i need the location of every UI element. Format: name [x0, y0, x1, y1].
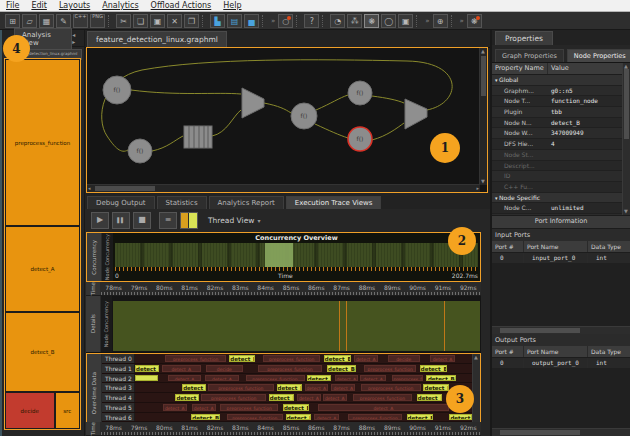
- zoom-in-icon[interactable]: ⊕: [433, 14, 448, 28]
- trace-segment-highlight[interactable]: detect_B: [229, 355, 254, 362]
- export-png-icon[interactable]: PNG: [90, 14, 105, 28]
- trace-segment-highlight[interactable]: detect_B: [407, 414, 433, 421]
- analytics-chart-icon[interactable]: ▙: [210, 14, 225, 28]
- input-ports-hscrollbar[interactable]: [492, 326, 630, 334]
- graph-vertical-scrollbar[interactable]: ▲ ▼: [479, 48, 487, 185]
- trace-segment-highlight[interactable]: detect_B: [417, 394, 442, 401]
- trace-segment[interactable]: detect_A: [360, 375, 385, 382]
- layout-circular-icon[interactable]: ◔: [330, 14, 345, 28]
- layout-tree-icon[interactable]: ⁂: [347, 14, 362, 28]
- trace-segment[interactable]: preprocess_function: [263, 355, 320, 362]
- search-critical-path-icon[interactable]: ○: [278, 14, 293, 28]
- tab-properties[interactable]: Properties: [495, 31, 553, 45]
- menu-edit[interactable]: Edit: [25, 1, 53, 10]
- trace-segment-highlight[interactable]: detect_B: [175, 394, 199, 401]
- tab-statistics[interactable]: Statistics: [157, 196, 207, 209]
- trace-segment[interactable]: preprocess_function: [165, 355, 226, 362]
- trace-segment[interactable]: detect_A: [335, 375, 359, 382]
- output-ports-hscrollbar[interactable]: [492, 428, 630, 436]
- overflow-chevron-icon[interactable]: »: [271, 17, 275, 25]
- copy-icon[interactable]: ❏: [133, 14, 148, 28]
- trace-segment[interactable]: detect_A: [305, 384, 329, 391]
- trace-segment-highlight[interactable]: detect_B: [182, 384, 206, 391]
- menu-layouts[interactable]: Layouts: [53, 1, 96, 10]
- trace-segment-highlight[interactable]: [135, 375, 158, 382]
- menu-help[interactable]: Help: [217, 1, 247, 10]
- overflow-chevron-icon[interactable]: »: [460, 17, 464, 25]
- trace-segment[interactable]: preprocess_function: [208, 384, 273, 391]
- property-row[interactable]: ID: [492, 171, 623, 182]
- trace-segment[interactable]: preprocess_function: [246, 375, 305, 382]
- trace-segment[interactable]: detect_A: [430, 355, 455, 362]
- trace-segment-highlight[interactable]: detect_B: [324, 355, 351, 362]
- details-strip[interactable]: Details: [86, 296, 101, 352]
- trace-segment-highlight[interactable]: detect_B: [426, 375, 456, 382]
- output-port-row[interactable]: 0output_port_0int: [492, 358, 630, 369]
- trace-segment-highlight[interactable]: detect_B: [277, 384, 302, 391]
- property-row[interactable]: Buffer P...queueing: [492, 214, 623, 215]
- trace-segment[interactable]: preprocess_function: [392, 375, 423, 382]
- property-row[interactable]: Node N...detect_B: [492, 118, 623, 129]
- window-icon[interactable]: ❐: [184, 14, 199, 28]
- trace-segment[interactable]: preprocess_function: [361, 384, 421, 391]
- view-mode-dropdown[interactable]: Thread View▾: [208, 216, 260, 225]
- trace-segment-highlight[interactable]: detect_B: [327, 365, 356, 372]
- overview-selection-window[interactable]: [265, 243, 293, 267]
- treemap-block-detect_B[interactable]: detect_B: [5, 312, 80, 393]
- trace-segment[interactable]: preprocess_function: [364, 365, 416, 372]
- trace-segment[interactable]: detect_A: [163, 404, 187, 411]
- property-row[interactable]: Node St...: [492, 150, 623, 161]
- menu-file[interactable]: File: [0, 1, 25, 10]
- tab-scroll-arrows[interactable]: ◂ ▸: [72, 31, 84, 45]
- property-row[interactable]: C++ Fu...: [492, 182, 623, 193]
- trace-segment[interactable]: preprocess_function: [353, 394, 412, 401]
- input-port-row[interactable]: 0input_port_0int: [492, 253, 630, 264]
- over-time-strip[interactable]: Over-time Data: [87, 354, 102, 432]
- report-icon[interactable]: ▤: [227, 14, 242, 28]
- trace-segment[interactable]: detect_A: [323, 394, 347, 401]
- layout-ring-icon[interactable]: ◯: [381, 14, 396, 28]
- layout-force-icon[interactable]: ❋: [364, 14, 379, 28]
- trace-segment[interactable]: preprocess_function: [348, 414, 402, 421]
- trace-segment-highlight[interactable]: detect_B: [191, 414, 220, 421]
- properties-scrollbar[interactable]: ▲ ▼: [622, 63, 630, 215]
- tab-graphml-document[interactable]: feature_detection_linux.graphml: [87, 31, 227, 47]
- time-strip[interactable]: Time: [86, 282, 101, 295]
- export-cpp-icon[interactable]: C++: [73, 14, 88, 28]
- tab-debug-output[interactable]: Debug Output: [87, 196, 155, 209]
- join-node-2[interactable]: [405, 99, 427, 129]
- trace-segment[interactable]: detect_A: [168, 375, 202, 382]
- flow-graph[interactable]: f() f() f() f() f(): [87, 48, 487, 185]
- graph-horizontal-scrollbar[interactable]: ◂ ▸: [87, 184, 480, 192]
- overflow-chevron-icon[interactable]: »: [425, 17, 429, 25]
- trace-segment-highlight[interactable]: detect_B: [423, 384, 448, 391]
- property-row[interactable]: Node C...unlimited: [492, 203, 623, 214]
- trace-segment[interactable]: preprocess_function: [227, 414, 283, 421]
- concurrency-strip[interactable]: Concurrency: [87, 233, 102, 281]
- treemap-block-preprocess_function[interactable]: preprocess_function: [5, 59, 80, 226]
- menu-analytics[interactable]: Analytics: [96, 1, 144, 10]
- treemap-block-decide[interactable]: decide: [5, 392, 55, 429]
- save-icon[interactable]: ▦: [39, 14, 54, 28]
- property-row[interactable]: Node T...function_node: [492, 96, 623, 107]
- tab-node-properties[interactable]: Node Properties: [567, 49, 630, 62]
- trace-segment[interactable]: decide: [206, 365, 243, 372]
- layout-grid-icon[interactable]: ▣: [398, 14, 413, 28]
- trace-segment-highlight[interactable]: detect_B: [307, 375, 332, 382]
- property-row[interactable]: Descript...: [492, 161, 623, 172]
- trace-segment-highlight[interactable]: detect_B: [283, 404, 309, 411]
- property-row[interactable]: DFS Hie...4: [492, 139, 623, 150]
- menu-offload-actions[interactable]: Offload Actions: [145, 1, 218, 10]
- new-file-icon[interactable]: ⊞: [5, 14, 20, 28]
- trace-segment[interactable]: decide: [388, 355, 420, 362]
- trace-segment[interactable]: detect_A: [205, 375, 239, 382]
- delete-icon[interactable]: ✕: [167, 14, 182, 28]
- edit-graph-icon[interactable]: ✎: [56, 14, 71, 28]
- time-strip-bottom[interactable]: Time: [86, 422, 101, 435]
- play-button[interactable]: ▶: [91, 212, 109, 229]
- help-icon[interactable]: ?: [304, 14, 319, 28]
- property-row[interactable]: Graphm...g0::n5: [492, 86, 623, 97]
- pause-button[interactable]: ▌▌: [112, 212, 130, 229]
- trace-segment[interactable]: preprocess_function: [201, 394, 266, 401]
- trace-segment-highlight[interactable]: detect_B: [420, 365, 447, 372]
